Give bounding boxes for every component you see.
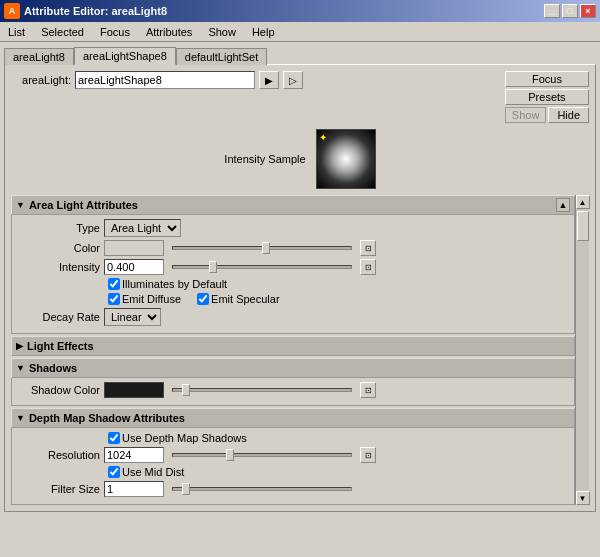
emit-specular-checkbox[interactable] <box>197 293 209 305</box>
checkbox-row-1: Illuminates by Default <box>108 278 566 290</box>
collapse-arrow-shadows: ▼ <box>16 363 25 373</box>
use-mid-dist-label: Use Mid Dist <box>122 466 184 478</box>
filter-size-slider[interactable] <box>172 487 352 491</box>
menu-attributes[interactable]: Attributes <box>142 24 196 40</box>
decay-rate-select[interactable]: Linear <box>104 308 161 326</box>
resolution-mini-btn[interactable]: ⊡ <box>360 447 376 463</box>
collapse-arrow-depth: ▼ <box>16 413 25 423</box>
minimize-button[interactable]: _ <box>544 4 560 18</box>
shadows-content: Shadow Color ⊡ <box>11 378 575 406</box>
menu-selected[interactable]: Selected <box>37 24 88 40</box>
color-slider[interactable] <box>172 246 352 250</box>
filter-size-row: Filter Size <box>20 481 566 497</box>
illuminates-by-default-item: Illuminates by Default <box>108 278 227 290</box>
emit-diffuse-item: Emit Diffuse <box>108 293 181 305</box>
depth-map-shadow-header[interactable]: ▼ Depth Map Shadow Attributes <box>11 408 575 428</box>
emit-diffuse-checkbox[interactable] <box>108 293 120 305</box>
area-light-attrs-title: Area Light Attributes <box>29 199 138 211</box>
window-controls[interactable]: _ □ × <box>544 4 596 18</box>
depth-map-shadow-title: Depth Map Shadow Attributes <box>29 412 185 424</box>
color-swatch[interactable] <box>104 240 164 256</box>
focus-button[interactable]: Focus <box>505 71 589 87</box>
scroll-up-btn[interactable]: ▲ <box>576 195 590 209</box>
shadows-title: Shadows <box>29 362 77 374</box>
navigate-btn1[interactable]: ▶ <box>259 71 279 89</box>
menu-list[interactable]: List <box>4 24 29 40</box>
decay-rate-label: Decay Rate <box>20 311 100 323</box>
illuminates-by-default-label: Illuminates by Default <box>122 278 227 290</box>
tab-bar: areaLight8 areaLightShape8 defaultLightS… <box>4 46 596 64</box>
menu-help[interactable]: Help <box>248 24 279 40</box>
intensity-input[interactable] <box>104 259 164 275</box>
shadow-color-label: Shadow Color <box>20 384 100 396</box>
arealight-label: areaLight: <box>11 74 71 86</box>
scroll-thumb[interactable] <box>577 211 589 241</box>
color-row: Color ⊡ <box>20 240 566 256</box>
intensity-label: Intensity <box>20 261 100 273</box>
app-icon: A <box>4 3 20 19</box>
scrollbar[interactable]: ▲ ▼ <box>575 195 589 505</box>
light-effects-title: Light Effects <box>27 340 94 352</box>
hide-button[interactable]: Hide <box>548 107 589 123</box>
shadow-color-mini-btn[interactable]: ⊡ <box>360 382 376 398</box>
header-row: areaLight: ▶ ▷ <box>11 71 501 89</box>
light-effects-header[interactable]: ▶ Light Effects <box>11 336 575 356</box>
maximize-button[interactable]: □ <box>562 4 578 18</box>
intensity-mini-btn[interactable]: ⊡ <box>360 259 376 275</box>
use-mid-dist-item: Use Mid Dist <box>108 466 184 478</box>
content-panel: areaLight: ▶ ▷ Focus Presets Show Hide I… <box>4 64 596 512</box>
intensity-slider[interactable] <box>172 265 352 269</box>
emit-specular-label: Emit Specular <box>211 293 279 305</box>
emit-specular-item: Emit Specular <box>197 293 279 305</box>
presets-button[interactable]: Presets <box>505 89 589 105</box>
scroll-area: ▼ Area Light Attributes ▲ Type Area Ligh… <box>11 195 589 505</box>
arealight-input[interactable] <box>75 71 255 89</box>
show-button: Show <box>505 107 547 123</box>
color-label: Color <box>20 242 100 254</box>
window-body: areaLight8 areaLightShape8 defaultLightS… <box>0 42 600 557</box>
checkbox-row-2: Emit Diffuse Emit Specular <box>108 293 566 305</box>
resolution-slider[interactable] <box>172 453 352 457</box>
filter-size-label: Filter Size <box>20 483 100 495</box>
decay-rate-row: Decay Rate Linear <box>20 308 566 326</box>
shadow-color-swatch[interactable] <box>104 382 164 398</box>
title-bar: A Attribute Editor: areaLight8 _ □ × <box>0 0 600 22</box>
menu-show[interactable]: Show <box>204 24 240 40</box>
use-mid-dist-checkbox[interactable] <box>108 466 120 478</box>
use-depth-map-row: Use Depth Map Shadows <box>108 432 566 444</box>
menu-bar: List Selected Focus Attributes Show Help <box>0 22 600 42</box>
scroll-down-btn[interactable]: ▼ <box>576 491 590 505</box>
intensity-section: Intensity Sample ✦ <box>11 129 589 189</box>
collapse-arrow-area: ▼ <box>16 200 25 210</box>
area-light-attrs-header[interactable]: ▼ Area Light Attributes ▲ <box>11 195 575 215</box>
use-depth-map-checkbox[interactable] <box>108 432 120 444</box>
type-select[interactable]: Area Light <box>104 219 181 237</box>
resolution-label: Resolution <box>20 449 100 461</box>
tab-defaultlightset[interactable]: defaultLightSet <box>176 48 267 65</box>
star-icon: ✦ <box>319 132 327 143</box>
color-mini-btn[interactable]: ⊡ <box>360 240 376 256</box>
area-light-attrs-content: Type Area Light Color ⊡ <box>11 215 575 334</box>
emit-diffuse-label: Emit Diffuse <box>122 293 181 305</box>
illuminates-by-default-checkbox[interactable] <box>108 278 120 290</box>
intensity-row: Intensity ⊡ <box>20 259 566 275</box>
use-depth-map-label: Use Depth Map Shadows <box>122 432 247 444</box>
resolution-input[interactable] <box>104 447 164 463</box>
navigate-btn2[interactable]: ▷ <box>283 71 303 89</box>
section-scroll-btn[interactable]: ▲ <box>556 198 570 212</box>
use-depth-map-item: Use Depth Map Shadows <box>108 432 247 444</box>
shadow-color-row: Shadow Color ⊡ <box>20 382 566 398</box>
right-buttons: Focus Presets Show Hide <box>505 71 589 123</box>
filter-size-input[interactable] <box>104 481 164 497</box>
resolution-row: Resolution ⊡ <box>20 447 566 463</box>
close-button[interactable]: × <box>580 4 596 18</box>
tab-arealight8[interactable]: areaLight8 <box>4 48 74 65</box>
depth-map-shadow-content: Use Depth Map Shadows Resolution ⊡ <box>11 428 575 505</box>
shadow-color-slider[interactable] <box>172 388 352 392</box>
intensity-swatch: ✦ <box>316 129 376 189</box>
type-row: Type Area Light <box>20 219 566 237</box>
use-mid-dist-row: Use Mid Dist <box>108 466 566 478</box>
shadows-header[interactable]: ▼ Shadows <box>11 358 575 378</box>
menu-focus[interactable]: Focus <box>96 24 134 40</box>
tab-arealightshape8[interactable]: areaLightShape8 <box>74 47 176 65</box>
